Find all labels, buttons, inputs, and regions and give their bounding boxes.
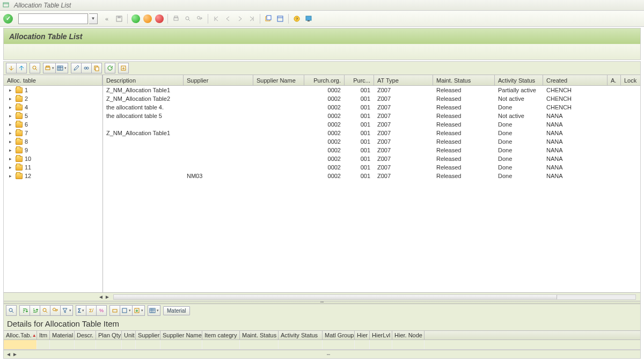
col-description[interactable]: Description bbox=[103, 75, 184, 85]
table-row[interactable]: the allocationt table 50002001Z007Releas… bbox=[103, 112, 640, 120]
prev-page-icon[interactable] bbox=[223, 13, 233, 24]
col-alloc-table[interactable]: Alloc. table bbox=[4, 75, 103, 85]
det-scroll-right-icon[interactable]: ► bbox=[12, 351, 18, 357]
first-page-icon[interactable] bbox=[211, 13, 222, 24]
percent-button[interactable]: % bbox=[96, 305, 107, 316]
col-supplier[interactable]: Supplier bbox=[184, 75, 253, 85]
exit-icon[interactable] bbox=[142, 13, 153, 24]
command-field[interactable] bbox=[18, 13, 88, 24]
layout-button[interactable]: ▾ bbox=[55, 63, 68, 73]
expand-all-button[interactable] bbox=[6, 63, 17, 73]
col-created[interactable]: Created bbox=[543, 75, 608, 85]
details-col-header[interactable]: Hier bbox=[355, 331, 370, 339]
expand-arrow-icon[interactable]: ▸ bbox=[9, 147, 13, 153]
col-purch-grp[interactable]: Purc... bbox=[345, 75, 374, 85]
tree-hscroll[interactable]: ◄ ► bbox=[4, 292, 640, 301]
expand-arrow-icon[interactable]: ▸ bbox=[9, 139, 13, 144]
cancel-icon[interactable] bbox=[154, 13, 165, 24]
details-col-header[interactable]: Material bbox=[50, 331, 75, 339]
details-hscroll[interactable]: ◄ ► ▪▪▪ bbox=[4, 350, 640, 358]
details-col-header[interactable]: HierLvl bbox=[370, 331, 392, 339]
details-col-header[interactable]: Matl Group bbox=[323, 331, 355, 339]
det-scroll-left-icon[interactable]: ◄ bbox=[6, 351, 11, 357]
refresh-button[interactable] bbox=[105, 63, 115, 73]
filter-button[interactable]: ▾ bbox=[60, 305, 73, 316]
scroll-right-icon[interactable]: ► bbox=[105, 294, 110, 300]
expand-arrow-icon[interactable]: ▸ bbox=[9, 113, 13, 119]
expand-arrow-icon[interactable]: ▸ bbox=[9, 173, 13, 179]
details-col-header[interactable]: Plan Qty bbox=[96, 331, 122, 339]
help-icon[interactable]: ? bbox=[291, 13, 302, 24]
tree-node[interactable]: ▸2 bbox=[4, 94, 103, 103]
scroll-left-icon[interactable]: ◄ bbox=[98, 294, 104, 300]
sort-desc-button[interactable] bbox=[30, 305, 40, 316]
export-button[interactable] bbox=[118, 63, 129, 73]
col-maint-status[interactable]: Maint. Status bbox=[433, 75, 495, 85]
material-button[interactable]: Material bbox=[163, 306, 190, 315]
collapse-icon[interactable]: « bbox=[105, 16, 108, 22]
collapse-all-button[interactable] bbox=[16, 63, 27, 73]
tree-node[interactable]: ▸11 bbox=[4, 163, 103, 172]
print-button2[interactable] bbox=[109, 305, 120, 316]
details-col-header[interactable]: Activity Status bbox=[279, 331, 323, 339]
table-row[interactable]: Z_NM_Allocation Table10002001Z007Release… bbox=[103, 86, 640, 94]
print-icon[interactable] bbox=[171, 13, 181, 24]
layout-button2[interactable]: ▾ bbox=[148, 305, 160, 316]
tree-node[interactable]: ▸5 bbox=[4, 112, 103, 120]
save-icon[interactable] bbox=[114, 13, 125, 24]
find-next-button2[interactable] bbox=[50, 305, 61, 316]
back-icon[interactable] bbox=[130, 13, 141, 24]
tree-node[interactable]: ▸9 bbox=[4, 146, 103, 154]
table-row[interactable]: 0002001Z007ReleasedDoneNANA bbox=[103, 120, 640, 129]
print-button[interactable]: ▾ bbox=[43, 63, 56, 73]
export-button2[interactable]: ▾ bbox=[132, 305, 145, 316]
tree-node[interactable]: ▸1 bbox=[4, 86, 103, 94]
col-purch-org[interactable]: Purch.org. bbox=[304, 75, 345, 85]
copy-button[interactable] bbox=[91, 63, 102, 73]
details-col-header[interactable]: Unit bbox=[122, 331, 136, 339]
command-dropdown[interactable]: ▼ bbox=[89, 13, 98, 24]
details-col-header[interactable]: Hier. Node bbox=[392, 331, 425, 339]
expand-arrow-icon[interactable]: ▸ bbox=[9, 130, 13, 136]
col-supplier-name[interactable]: Supplier Name bbox=[253, 75, 304, 85]
col-lock[interactable]: Lock bbox=[621, 75, 640, 85]
find-button2[interactable] bbox=[40, 305, 50, 316]
display-button[interactable] bbox=[81, 63, 92, 73]
shortcut-icon[interactable] bbox=[275, 13, 286, 24]
col-a[interactable]: A. bbox=[608, 75, 621, 85]
tree-node[interactable]: ▸8 bbox=[4, 137, 103, 146]
layout-icon[interactable] bbox=[303, 13, 314, 24]
expand-arrow-icon[interactable]: ▸ bbox=[9, 165, 13, 170]
expand-arrow-icon[interactable]: ▸ bbox=[9, 87, 13, 93]
details-button[interactable] bbox=[6, 305, 17, 316]
menu-dropdown-icon[interactable] bbox=[2, 2, 10, 9]
details-col-header[interactable]: Maint. Status bbox=[240, 331, 279, 339]
new-session-icon[interactable] bbox=[263, 13, 274, 24]
expand-arrow-icon[interactable]: ▸ bbox=[9, 105, 13, 110]
details-col-header[interactable]: Supplier bbox=[136, 331, 160, 339]
table-row[interactable]: NM030002001Z007ReleasedDoneNANA bbox=[103, 172, 640, 180]
details-col-header[interactable]: Supplier Name bbox=[160, 331, 202, 339]
total-button[interactable]: Σ▾ bbox=[76, 305, 86, 316]
table-row[interactable]: Z_NM_Allocation Table20002001Z007Release… bbox=[103, 94, 640, 103]
sort-asc-button[interactable] bbox=[19, 305, 30, 316]
table-row[interactable]: 0002001Z007ReleasedDoneNANA bbox=[103, 154, 640, 163]
tree-node[interactable]: ▸6 bbox=[4, 120, 103, 129]
details-col-header[interactable]: Alloc.Tab.▲ bbox=[4, 331, 37, 339]
col-at-type[interactable]: AT Type bbox=[374, 75, 433, 85]
next-page-icon[interactable] bbox=[235, 13, 245, 24]
scrollbar-thumb[interactable] bbox=[114, 295, 557, 299]
expand-arrow-icon[interactable]: ▸ bbox=[9, 96, 13, 101]
table-row[interactable]: the allocationt table 4.0002001Z007Relea… bbox=[103, 103, 640, 112]
table-row[interactable]: 0002001Z007ReleasedDoneNANA bbox=[103, 163, 640, 172]
details-col-header[interactable]: Itm bbox=[37, 331, 50, 339]
details-col-header[interactable]: Item categry bbox=[202, 331, 240, 339]
details-col-header[interactable]: Descr. bbox=[75, 331, 96, 339]
expand-arrow-icon[interactable]: ▸ bbox=[9, 122, 13, 127]
find-button[interactable] bbox=[30, 63, 40, 73]
expand-arrow-icon[interactable]: ▸ bbox=[9, 156, 13, 161]
view-button[interactable]: ▾ bbox=[120, 305, 133, 316]
tree-node[interactable]: ▸7 bbox=[4, 129, 103, 137]
table-row[interactable]: 0002001Z007ReleasedDoneNANA bbox=[103, 137, 640, 146]
find-next-icon[interactable] bbox=[194, 13, 205, 24]
